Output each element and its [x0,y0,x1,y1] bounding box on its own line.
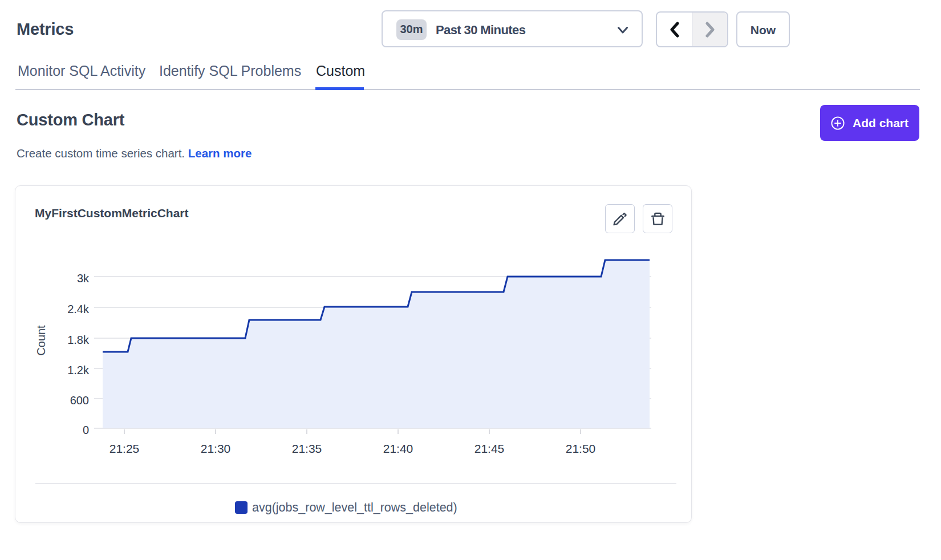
svg-text:21:50: 21:50 [566,442,596,455]
svg-text:21:30: 21:30 [201,442,231,455]
svg-text:600: 600 [70,394,89,407]
svg-text:3k: 3k [77,272,90,285]
svg-text:2.4k: 2.4k [67,303,90,315]
svg-text:1.8k: 1.8k [67,334,90,346]
svg-text:21:45: 21:45 [474,442,505,455]
svg-text:Count: Count [35,325,47,356]
svg-text:1.2k: 1.2k [67,364,90,376]
svg-text:21:40: 21:40 [383,442,413,455]
svg-text:0: 0 [83,424,89,436]
svg-text:21:25: 21:25 [109,442,140,455]
svg-text:21:35: 21:35 [292,442,322,455]
